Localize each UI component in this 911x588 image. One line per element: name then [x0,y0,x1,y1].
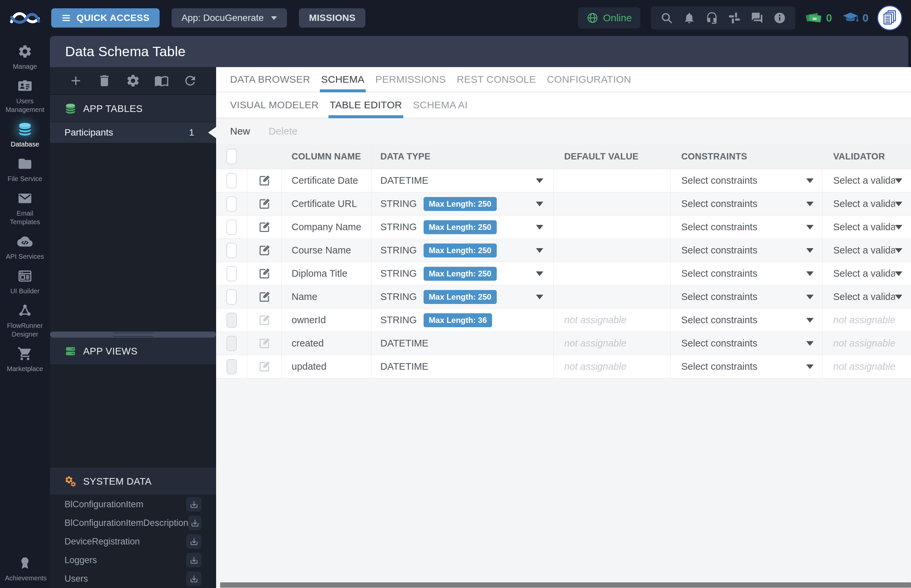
row-checkbox[interactable] [227,173,237,188]
default-value-cell[interactable] [554,169,671,192]
validator-dropdown[interactable]: Select a validator [823,192,911,215]
section-system-data[interactable]: SYSTEM DATA [50,468,216,495]
subtab-visual-modeler[interactable]: VISUAL MODELER [230,92,319,118]
section-app-tables[interactable]: APP TABLES [50,95,216,122]
credits-counter[interactable]: ∞ 0 [805,11,832,25]
constraints-dropdown[interactable]: Select constraints [671,216,823,239]
edit-column-icon[interactable] [258,198,271,210]
select-all-checkbox[interactable] [227,149,237,164]
row-checkbox[interactable] [227,243,237,258]
download-table-button[interactable] [186,497,201,512]
download-table-button[interactable] [188,515,201,530]
edit-column-icon[interactable] [258,174,271,187]
dropdown-caret-icon [806,318,814,323]
default-value-cell[interactable] [554,216,671,239]
column-name-cell: Certificate Date [282,169,372,192]
default-value-cell[interactable] [554,285,671,308]
sidebar-item-flowrunner-designer[interactable]: FlowRunner Designer [0,300,50,343]
data-type-dropdown[interactable]: STRINGMax Length: 250 [372,192,554,215]
data-type-dropdown[interactable]: STRINGMax Length: 250 [372,262,554,285]
table-item-participants[interactable]: Participants 1 [50,122,216,143]
sidebar-item-ui-builder[interactable]: UI Builder [0,265,50,300]
quick-access-button[interactable]: QUICK ACCESS [51,8,160,27]
constraints-dropdown[interactable]: Select constraints [671,192,823,215]
sidebar-item-file-service[interactable]: File Service [0,153,50,187]
constraints-dropdown[interactable]: Select constraints [671,169,823,192]
subtab-table-editor[interactable]: TABLE EDITOR [330,92,402,118]
sidebar-item-email-templates[interactable]: Email Templates [0,187,50,231]
tab-permissions[interactable]: PERMISSIONS [375,67,446,92]
row-checkbox[interactable] [227,196,237,212]
constraints-dropdown[interactable]: Select constraints [671,239,823,262]
system-table-loggers[interactable]: Loggers [50,551,216,569]
horizontal-scrollbar[interactable] [216,582,911,588]
sidebar-item-database[interactable]: Database [0,118,50,153]
edit-column-icon[interactable] [258,221,271,234]
default-value-cell[interactable] [554,239,671,262]
column-header-label: DATA TYPE [380,152,431,162]
missions-button[interactable]: MISSIONS [299,8,365,27]
new-column-button[interactable]: New [230,126,250,137]
validator-dropdown[interactable]: Select a validator [823,239,911,262]
search-icon[interactable] [660,11,673,24]
default-value-cell[interactable] [554,262,671,285]
notifications-bell-icon[interactable] [683,11,695,24]
data-type-dropdown[interactable]: DATETIME [372,169,554,192]
tab-schema[interactable]: SCHEMA [321,67,365,92]
support-headset-icon[interactable] [705,11,718,24]
row-checkbox[interactable] [227,266,237,281]
row-checkbox[interactable] [227,289,237,305]
constraints-dropdown[interactable]: Select constraints [671,262,823,285]
documentation-button[interactable] [154,73,169,88]
row-checkbox[interactable] [227,220,237,235]
delete-table-button[interactable] [97,73,112,88]
app-selector-dropdown[interactable]: App: DocuGenerate [172,8,287,27]
download-table-button[interactable] [186,571,201,586]
validator-dropdown[interactable]: Select a validator [823,285,911,308]
backendless-logo[interactable] [0,8,50,28]
tab-configuration[interactable]: CONFIGURATION [547,67,631,92]
info-icon[interactable] [773,11,786,24]
delete-column-button[interactable]: Delete [269,126,298,137]
refresh-tables-button[interactable] [183,73,198,88]
sidebar-item-achievements[interactable]: Achievements [0,552,50,587]
system-table-blconfigurationitemdescription[interactable]: BlConfigurationItemDescription [50,514,216,532]
data-type-dropdown[interactable]: STRINGMax Length: 250 [372,239,554,262]
download-table-button[interactable] [186,534,201,549]
tab-rest-console[interactable]: REST CONSOLE [457,67,536,92]
constraints-dropdown[interactable]: Select constraints [671,309,823,331]
sidebar-item-manage[interactable]: Manage [0,40,50,75]
system-table-blconfigurationitem[interactable]: BlConfigurationItem [50,495,216,514]
edit-column-icon[interactable] [258,291,271,303]
schema-row-diploma-title: Diploma TitleSTRINGMax Length: 250Select… [216,262,911,285]
online-status-text: Online [603,12,632,24]
chat-bubbles-icon[interactable] [751,11,763,24]
table-settings-button[interactable] [126,73,140,88]
constraints-dropdown[interactable]: Select constraints [671,355,823,378]
validator-dropdown[interactable]: Select a validator [823,262,911,285]
validator-dropdown[interactable]: Select a validator [823,169,911,192]
section-app-views[interactable]: APP VIEWS [50,338,216,365]
data-type-dropdown[interactable]: STRINGMax Length: 250 [372,285,554,308]
scrollbar-thumb[interactable] [220,582,911,588]
edit-column-icon[interactable] [258,244,271,257]
tab-data-browser[interactable]: DATA BROWSER [230,67,310,92]
sidebar-item-users-management[interactable]: Users Management [0,75,50,118]
constraints-dropdown[interactable]: Select constraints [671,285,823,308]
constraints-dropdown[interactable]: Select constraints [671,332,823,355]
download-table-button[interactable] [186,553,201,567]
data-type-dropdown[interactable]: STRINGMax Length: 250 [372,216,554,239]
edit-column-icon[interactable] [258,267,271,280]
system-table-deviceregistration[interactable]: DeviceRegistration [50,532,216,551]
sidebar-item-api-services[interactable]: API Services [0,231,50,265]
subtab-schema-ai[interactable]: SCHEMA AI [413,92,467,118]
slack-icon[interactable] [728,11,741,24]
panel-resize-handle[interactable] [50,331,216,338]
default-value-cell[interactable] [554,192,671,215]
add-table-button[interactable] [68,73,83,88]
avatar[interactable] [877,5,902,31]
validator-dropdown[interactable]: Select a validator [823,216,911,239]
system-table-users[interactable]: Users [50,569,216,588]
courses-counter[interactable]: 0 [842,11,869,25]
sidebar-item-marketplace[interactable]: Marketplace [0,343,50,377]
